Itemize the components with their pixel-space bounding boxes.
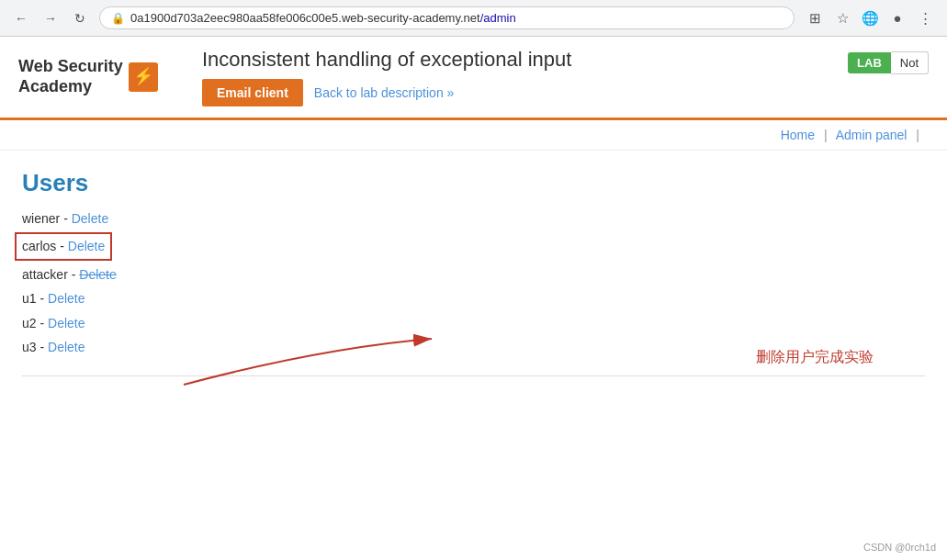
delete-link[interactable]: Delete [72,211,108,226]
list-item: u2 - Delete [22,313,925,333]
annotation-text: 删除用户完成实验 [756,348,874,367]
header-actions: Email client Back to lab description » [202,79,929,106]
url-domain: 0a1900d703a2eec980aa58fe006c00e5.web-sec… [130,11,480,25]
lab-badge-area: LAB Not [848,51,929,74]
delete-link[interactable]: Delete [79,267,116,282]
back-button[interactable]: ← [11,8,31,28]
users-list: wiener - Deletecarlos - Deleteattacker -… [0,208,947,357]
email-client-button[interactable]: Email client [202,79,303,106]
lab-title: Inconsistent handling of exceptional inp… [202,48,929,72]
breadcrumb-admin-panel[interactable]: Admin panel [836,128,908,142]
user-name: wiener [22,211,60,226]
forward-button[interactable]: → [40,8,61,28]
url-text: 0a1900d703a2eec980aa58fe006c00e5.web-sec… [130,11,783,25]
user-name: u1 [22,291,37,306]
logo-icon: ⚡ [129,62,158,92]
delete-link[interactable]: Delete [48,340,85,354]
logo-area: Web Security Academy ⚡ [18,57,184,96]
logo-line2: Academy [18,77,123,97]
url-path: /admin [480,11,516,25]
lab-badge: LAB [848,52,891,73]
delete-link[interactable]: Delete [48,316,85,330]
translate-icon[interactable]: ⊞ [804,7,826,29]
breadcrumb-sep-2: | [916,128,919,142]
logo-text: Web Security Academy ⚡ [18,57,158,96]
breadcrumb-sep-1: | [824,128,828,142]
logo-line1: Web Security [18,57,123,77]
not-badge: Not [891,51,929,74]
bookmark-icon[interactable]: ☆ [831,7,853,29]
breadcrumb-home[interactable]: Home [781,128,815,142]
list-item: carlos - Delete [15,232,112,260]
list-item: u1 - Delete [22,288,925,308]
back-to-lab-link[interactable]: Back to lab description » [314,85,455,100]
user-name: u2 [22,316,37,330]
section-divider [22,375,925,376]
list-item: attacker - Delete [22,264,925,285]
lock-icon: 🔒 [111,12,125,25]
address-bar[interactable]: 🔒 0a1900d703a2eec980aa58fe006c00e5.web-s… [99,6,795,29]
breadcrumb-bar: Home | Admin panel | [0,120,947,151]
delete-link[interactable]: Delete [48,291,85,306]
browser-chrome: ← → ↻ 🔒 0a1900d703a2eec980aa58fe006c00e5… [0,0,947,37]
user-name: u3 [22,340,37,354]
browser-toolbar-icons: ⊞ ☆ 🌐 ● ⋮ [804,7,936,29]
site-header: Web Security Academy ⚡ Inconsistent hand… [0,37,947,120]
menu-icon[interactable]: ⋮ [914,7,936,29]
profile-icon[interactable]: ● [886,7,908,29]
page-title: Users [22,169,925,197]
user-name: carlos [22,239,56,253]
delete-link[interactable]: Delete [68,239,105,253]
extensions-icon[interactable]: 🌐 [859,7,881,29]
user-name: attacker [22,267,68,282]
reload-button[interactable]: ↻ [70,8,90,28]
header-middle: Inconsistent handling of exceptional inp… [184,48,929,106]
list-item: wiener - Delete [22,208,925,229]
